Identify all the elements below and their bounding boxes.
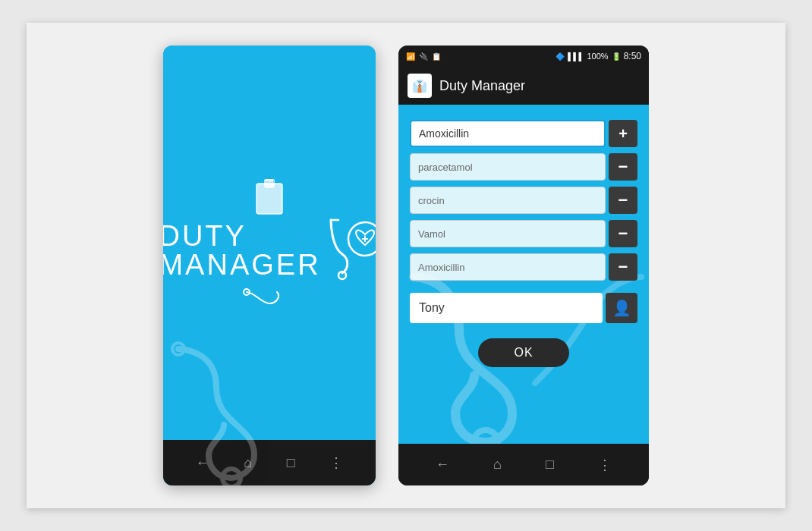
screen-content: + − − −: [398, 105, 649, 382]
battery-text: 100%: [587, 52, 609, 61]
clipboard-icon: Nurse's Aid: [250, 174, 288, 216]
remove-medicine-button-2[interactable]: −: [609, 187, 637, 214]
medicine-row-2: −: [410, 187, 637, 214]
phone-screen: + − − −: [398, 105, 649, 444]
stethoscope-curl: [239, 288, 300, 311]
app-bar: 👔 Duty Manager: [398, 67, 649, 105]
signal-icon: 📶: [406, 52, 415, 61]
back-button-right[interactable]: ←: [436, 457, 449, 473]
menu-button-right[interactable]: ⋮: [598, 457, 612, 473]
recents-button-right[interactable]: □: [546, 457, 554, 473]
battery-icon: 🔋: [612, 52, 621, 61]
remove-medicine-button-3[interactable]: −: [609, 220, 637, 247]
right-phone: 📶 🔌 📋 🔷 ▌▌▌ 100% 🔋 8:50 👔 Duty Manager: [398, 46, 649, 485]
remove-medicine-button-4[interactable]: −: [609, 253, 637, 281]
remove-medicine-button-1[interactable]: −: [609, 153, 637, 181]
person-icon: 👤: [612, 299, 631, 317]
duty-manager-row: DUTY MANAGER +: [163, 216, 376, 284]
medicine-input-0[interactable]: [410, 120, 606, 147]
notification-icon: 📋: [432, 52, 441, 61]
patient-input[interactable]: [410, 293, 603, 323]
logo-area: Nurse's Aid DUTY MANAGER +: [163, 174, 376, 311]
duty-text: DUTY: [163, 222, 321, 250]
stethoscope-heart-icon: +: [327, 216, 376, 284]
medicine-row-3: −: [410, 220, 637, 247]
patient-row: 👤: [410, 293, 637, 323]
medicine-input-4[interactable]: [410, 253, 606, 281]
status-bar-right: 🔷 ▌▌▌ 100% 🔋 8:50: [555, 51, 641, 61]
time-display: 8:50: [624, 51, 641, 61]
duty-manager-text: DUTY MANAGER: [163, 222, 321, 279]
status-bar: 📶 🔌 📋 🔷 ▌▌▌ 100% 🔋 8:50: [398, 46, 649, 67]
left-phone: Nurse's Aid DUTY MANAGER +: [163, 46, 376, 485]
add-medicine-button[interactable]: +: [609, 120, 637, 147]
ok-button[interactable]: OK: [478, 338, 569, 367]
status-bar-left: 📶 🔌 📋: [406, 52, 441, 61]
medicine-row-0: +: [410, 120, 637, 147]
app-bar-title: Duty Manager: [439, 78, 525, 94]
usb-icon: 🔌: [419, 52, 428, 61]
signal-bars-icon: ▌▌▌: [568, 52, 584, 61]
medicine-row-1: −: [410, 153, 637, 181]
svg-point-2: [176, 347, 181, 351]
bg-stethoscope-left: [163, 334, 307, 485]
manager-text: MANAGER: [163, 250, 321, 279]
medicine-input-1[interactable]: [410, 153, 606, 181]
left-phone-screen: Nurse's Aid DUTY MANAGER +: [163, 46, 376, 440]
screenshot-container: Nurse's Aid DUTY MANAGER +: [27, 23, 785, 508]
home-button-right[interactable]: ⌂: [493, 457, 502, 473]
medicine-input-2[interactable]: [410, 187, 606, 214]
right-phone-bottom-bar: ← ⌂ □ ⋮: [398, 444, 649, 485]
svg-text:+: +: [361, 232, 368, 245]
menu-button-left[interactable]: ⋮: [329, 454, 343, 471]
patient-button[interactable]: 👤: [606, 293, 637, 323]
svg-text:Nurse's Aid: Nurse's Aid: [262, 180, 277, 184]
medicine-input-3[interactable]: [410, 220, 606, 247]
app-bar-logo: 👔: [408, 74, 432, 98]
bluetooth-icon: 🔷: [555, 52, 565, 61]
medicine-list: + − − −: [410, 120, 637, 281]
medicine-row-4: −: [410, 253, 637, 281]
